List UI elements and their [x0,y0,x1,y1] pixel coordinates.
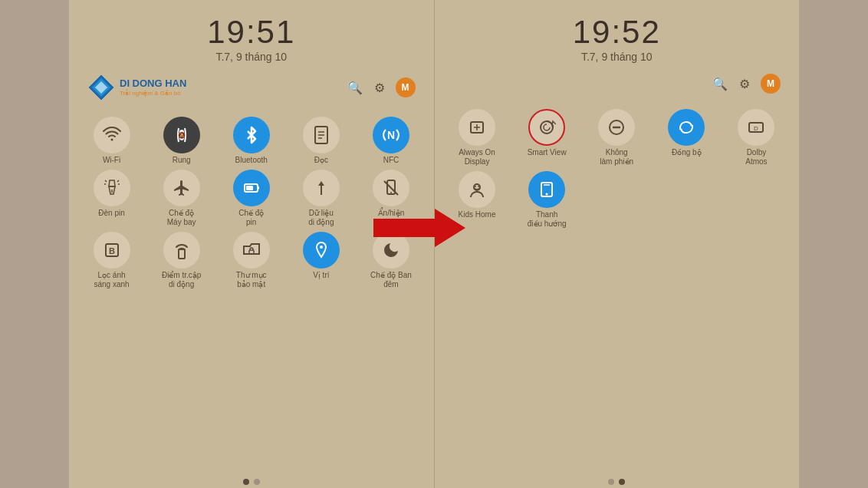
smart-view-icon [528,109,565,146]
right-top-icons: 🔍 ⚙ M [712,74,781,94]
svg-text:N: N [387,129,395,141]
sync-label: Đồng bộ [672,148,702,157]
svg-rect-18 [246,186,253,190]
search-icon[interactable]: 🔍 [347,79,363,96]
qs-battery-mode[interactable]: Chế độ pin [218,170,284,227]
left-top-icons: 🔍 ⚙ M [347,77,416,97]
logo-icon [87,74,115,101]
qs-smart-view[interactable]: Smart View [514,109,580,167]
left-time: 19:51 [84,14,419,51]
left-qs-grid: Wi-Fi 🔕 Rung Bluetooth Đọc [77,114,426,292]
settings-icon-right[interactable]: ⚙ [736,75,753,92]
logo-name: DI DONG HAN [120,78,186,89]
svg-text:D: D [755,125,759,132]
svg-point-38 [478,186,479,187]
avatar-right[interactable]: M [761,74,781,94]
dnd-icon [598,109,635,146]
left-header: 19:51 T.7, 9 tháng 10 DI DONG HAN Trải n… [77,0,426,114]
qs-blue-filter[interactable]: B Lọc ánh sáng xanh [78,232,145,289]
vibrate-label: Rung [173,156,191,165]
sync-icon [668,109,705,146]
qs-airplane[interactable]: Chế độ Máy bay [148,170,215,227]
svg-line-12 [105,180,107,182]
dolby-icon: D [738,109,774,146]
main-content: 19:51 T.7, 9 tháng 10 DI DONG HAN Trải n… [69,0,799,488]
right-date: T.7, 9 tháng 10 [450,51,784,63]
svg-text:🔕: 🔕 [178,131,186,139]
qs-location[interactable]: Vị trí [288,232,354,289]
right-header: 19:52 T.7, 9 tháng 10 🔍 ⚙ M [442,0,792,106]
qs-always-on[interactable]: Always On Display [444,109,511,167]
blue-filter-label: Lọc ánh sáng xanh [94,271,129,289]
nfc-icon: N [373,117,409,153]
mobile-hotspot-icon [163,232,200,269]
svg-point-40 [546,193,548,196]
doc-icon [303,117,340,153]
qs-vibrate[interactable]: 🔕 Rung [148,117,215,165]
navigation-icon [528,171,565,208]
search-icon-right[interactable]: 🔍 [712,75,728,92]
right-side-panel [799,0,868,488]
qs-navigation[interactable]: Thanh điều hướng [514,171,580,229]
dnd-label: Không làm phiền [600,148,633,167]
qs-nfc[interactable]: N NFC [357,117,424,165]
always-on-icon [459,109,495,146]
bluetooth-icon [233,117,270,153]
location-label: Vị trí [313,271,329,280]
bluetooth-label: Bluetooth [235,156,268,165]
right-phone-panel: 19:52 T.7, 9 tháng 10 🔍 ⚙ M [435,0,800,488]
battery-mode-icon [233,170,270,206]
blue-filter-icon: B [94,232,130,269]
svg-point-3 [110,139,113,141]
mobile-hotspot-label: Điểm tr.cập di động [162,271,201,289]
qs-mobile-hotspot[interactable]: Điểm tr.cập di động [148,232,215,289]
qs-sync[interactable]: Đồng bộ [653,109,720,167]
qs-doc[interactable]: Đọc [288,117,354,165]
arrow-container [373,205,465,251]
hide-phone-icon [373,170,409,206]
smart-view-label: Smart View [528,148,567,157]
qs-bluetooth[interactable]: Bluetooth [218,117,284,165]
qs-wifi[interactable]: Wi-Fi [78,117,145,165]
secure-folder-icon [233,232,270,269]
right-time: 19:52 [450,14,784,51]
qs-dnd[interactable]: Không làm phiền [584,109,650,167]
wifi-icon [94,117,130,153]
logo-area: DI DONG HAN Trải nghiệm & Gần bó [87,74,186,101]
left-page-dots [77,473,426,488]
flashlight-icon [94,170,130,206]
right-dot-1 [608,479,614,485]
airplane-icon [163,170,200,206]
svg-line-13 [117,180,119,182]
nfc-label: NFC [383,156,399,165]
logo-slogan: Trải nghiệm & Gần bó [120,90,186,97]
settings-icon[interactable]: ⚙ [371,79,388,96]
night-mode-label: Chế độ Ban đêm [370,271,412,289]
svg-rect-24 [179,249,185,259]
doc-label: Đọc [314,156,328,165]
left-top-bar: DI DONG HAN Trải nghiệm & Gần bó 🔍 ⚙ M [84,69,419,106]
mobile-data-label: Dữ liệu di động [308,209,334,227]
dot-1 [243,479,249,485]
qs-flashlight[interactable]: Đèn pin [78,170,145,227]
svg-point-26 [320,246,323,249]
dot-2 [254,479,260,485]
right-qs-grid: Always On Display Smart View Không làm p… [442,106,792,232]
qs-secure-folder[interactable]: Thư mục bảo mật [218,232,284,289]
qs-dolby[interactable]: D Dolby Atmos [723,109,790,167]
qs-mobile-data[interactable]: Dữ liệu di động [288,170,354,227]
left-date: T.7, 9 tháng 10 [84,51,419,63]
right-dot-2 [619,479,625,485]
left-side-panel [0,0,69,488]
location-icon [303,232,340,269]
avatar[interactable]: M [396,77,416,97]
svg-text:B: B [109,246,115,256]
vibrate-icon: 🔕 [163,117,200,153]
logo-text: DI DONG HAN Trải nghiệm & Gần bó [120,78,186,96]
right-page-dots [442,473,792,488]
dolby-label: Dolby Atmos [745,148,767,167]
navigation-label: Thanh điều hướng [528,210,567,229]
svg-rect-25 [249,250,254,254]
svg-point-20 [390,192,392,193]
mobile-data-icon [303,170,340,206]
